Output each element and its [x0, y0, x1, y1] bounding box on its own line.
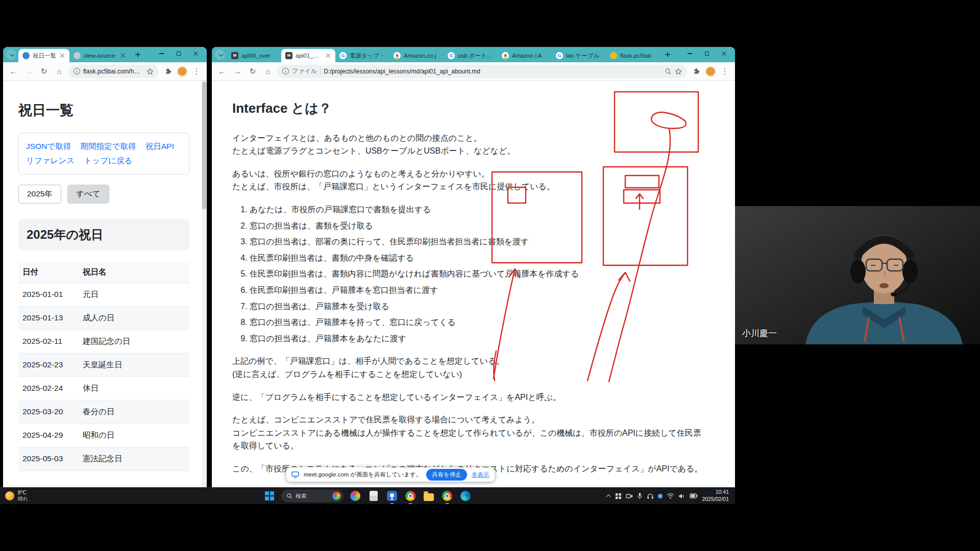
browser-menu-icon[interactable]: ⋮	[719, 65, 731, 78]
col-header-date: 日付	[18, 262, 79, 283]
address-bar[interactable]: flask.pc5bai.com/holi...	[68, 65, 159, 78]
maximize-button[interactable]	[698, 47, 716, 60]
link-back-to-top[interactable]: トップに戻る	[84, 156, 133, 165]
chrome-icon	[442, 491, 452, 501]
list-item: 窓口の担当者は、戸籍謄本をあなたに渡す	[250, 332, 704, 345]
bookmark-star-icon[interactable]	[146, 68, 154, 75]
volume-icon[interactable]	[678, 493, 685, 499]
google-favicon-icon	[339, 52, 347, 59]
close-button[interactable]	[716, 47, 733, 60]
close-tab-icon[interactable]	[120, 53, 126, 59]
site-info-icon[interactable]	[282, 68, 289, 74]
profile-avatar[interactable]	[177, 66, 187, 77]
address-bar[interactable]: ファイル D:/projects/lessons/api_lessons/md/…	[277, 65, 687, 78]
taskbar-app-document[interactable]	[367, 489, 380, 503]
minimize-button[interactable]	[153, 47, 170, 60]
reload-button[interactable]: ↻	[247, 65, 259, 78]
chrome-icon	[405, 491, 415, 501]
new-tab-button[interactable]	[662, 49, 673, 60]
link-get-range[interactable]: 期間指定で取得	[81, 142, 136, 151]
tab-api01-active[interactable]: api01_api_ab	[281, 49, 335, 62]
taskbar-app-chrome-2[interactable]	[440, 489, 454, 503]
hide-banner-link[interactable]: 非表示	[472, 471, 489, 479]
bookmark-star-icon[interactable]	[675, 68, 682, 75]
taskbar-clock[interactable]: 10:41 2025/02/01	[702, 489, 729, 503]
close-button[interactable]	[187, 47, 205, 60]
left-tab-strip: 祝日一覧 view-source:	[3, 47, 207, 62]
tab-label: api00_over	[241, 53, 277, 59]
new-tab-button[interactable]	[132, 49, 143, 60]
weather-widget[interactable]: 8°C 晴れ	[0, 488, 33, 504]
scrollbar[interactable]	[202, 81, 207, 487]
screen-share-icon	[291, 471, 299, 478]
taskbar-app-emoji[interactable]	[349, 489, 362, 503]
stop-sharing-button[interactable]: 共有を停止	[426, 469, 467, 481]
clock-date: 2025/02/01	[702, 496, 729, 503]
tab-api00[interactable]: api00_over	[227, 49, 281, 62]
headset-tray-icon[interactable]	[647, 493, 654, 499]
zoom-icon[interactable]	[665, 68, 672, 75]
back-button[interactable]: ←	[216, 65, 228, 78]
teams-status-icon[interactable]	[658, 494, 663, 498]
doc-paragraph: たとえば、コンビニエンスストアで住民票を取得する場合について考えてみよう。 コン…	[232, 413, 704, 453]
wifi-icon[interactable]	[667, 493, 674, 499]
grid-tray-icon[interactable]	[615, 493, 622, 499]
profile-avatar[interactable]	[705, 66, 716, 77]
extensions-icon[interactable]	[162, 65, 174, 78]
all-button[interactable]: すべて	[67, 185, 109, 204]
tray-overflow-chevron-icon[interactable]	[606, 494, 611, 499]
minimize-icon	[688, 53, 692, 54]
site-info-icon[interactable]	[74, 68, 80, 74]
taskbar-app-edge[interactable]	[459, 489, 472, 503]
list-item: 窓口の担当者は、戸籍謄本を受け取る	[250, 300, 704, 313]
google-favicon-icon	[448, 52, 455, 59]
holiday-name: 天皇誕生日	[79, 353, 189, 377]
holiday-date: 2025-03-20	[18, 400, 79, 423]
tab-search-button[interactable]	[6, 49, 16, 60]
table-row: 2025-03-20春分の日	[18, 400, 189, 423]
tab-label: lan ケーブル	[566, 52, 602, 60]
taskbar-search[interactable]: 検索	[281, 490, 344, 502]
camera-tray-icon[interactable]	[626, 493, 633, 499]
tab-amazon-2[interactable]: Amazon | A	[498, 49, 552, 62]
tab-view-source[interactable]: view-source:	[69, 49, 130, 62]
link-get-json[interactable]: JSONで取得	[26, 142, 71, 151]
tab-power-strip[interactable]: 電源タップ・	[335, 49, 389, 62]
extensions-icon[interactable]	[690, 65, 702, 78]
home-button[interactable]: ⌂	[53, 65, 65, 78]
minimize-button[interactable]	[681, 47, 698, 60]
mic-tray-icon[interactable]	[637, 492, 643, 499]
battery-icon[interactable]	[690, 493, 698, 498]
holiday-name: 元日	[79, 283, 189, 306]
taskbar-app-chrome[interactable]	[404, 489, 417, 503]
forward-button[interactable]: →	[22, 65, 35, 78]
reload-button[interactable]: ↻	[38, 65, 50, 78]
year-2025-button[interactable]: 2025年	[18, 185, 61, 204]
scrollbar-thumb[interactable]	[202, 82, 206, 209]
taskbar-app-meet[interactable]	[385, 489, 399, 503]
maximize-button[interactable]	[170, 47, 187, 60]
back-button[interactable]: ←	[7, 65, 19, 78]
view-source-favicon-icon	[74, 52, 81, 59]
holiday-name: 成人の日	[79, 306, 189, 330]
search-highlight-icon	[332, 492, 340, 500]
close-tab-icon[interactable]	[325, 53, 331, 59]
holiday-name: 昭和の日	[79, 423, 189, 447]
tab-usb-port[interactable]: usb ポート・く	[444, 49, 498, 62]
list-item: 住民票印刷担当者は、書類の中身を確認する	[250, 252, 704, 265]
tab-holiday-list[interactable]: 祝日一覧	[18, 49, 69, 62]
tab-flask[interactable]: flask.pc5bai	[606, 49, 660, 62]
tab-label: view-source:	[84, 53, 117, 59]
close-tab-icon[interactable]	[59, 53, 65, 59]
taskbar-app-explorer[interactable]	[422, 489, 435, 503]
browser-menu-icon[interactable]: ⋮	[190, 65, 203, 78]
list-item: 窓口の担当者は、書類を受け取る	[250, 219, 704, 233]
home-button[interactable]: ⌂	[262, 65, 274, 78]
forward-button[interactable]: →	[231, 65, 243, 78]
tab-lan-cable[interactable]: lan ケーブル	[552, 49, 606, 62]
left-toolbar: ← → ↻ ⌂ flask.pc5bai.com/holi... ⋮	[3, 62, 207, 81]
tab-amazon-1[interactable]: Amazon.co.j	[389, 49, 444, 62]
tab-search-button[interactable]	[215, 49, 225, 60]
weather-temp: 8°C	[18, 490, 28, 496]
start-button[interactable]	[263, 489, 276, 503]
